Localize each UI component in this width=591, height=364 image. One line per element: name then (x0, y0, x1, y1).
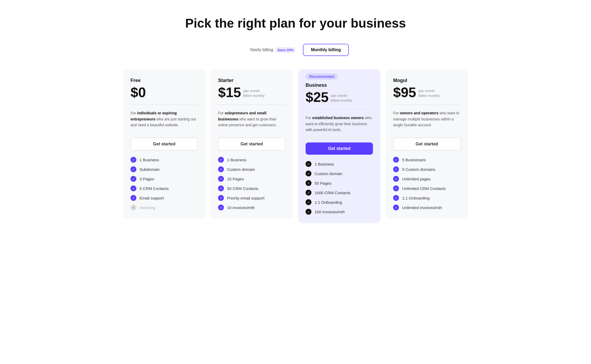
feature-item: ✓ Custom domain (218, 166, 285, 172)
billing-toggle: Yearly billing Save 20% Monthly billing (11, 44, 580, 56)
feature-item: ✓ 1000 CRM Contacts (306, 190, 373, 196)
get-started-btn-starter[interactable]: Get started (218, 138, 285, 150)
feature-item: ✓ 1:1 Onboarding (306, 199, 373, 205)
plan-card-starter: Starter$15/per monthBilled monthly For s… (211, 69, 293, 219)
get-started-btn-mogul[interactable]: Get started (393, 138, 460, 150)
get-started-btn-business[interactable]: Get started (306, 142, 373, 155)
feature-item: ✓ 1:1 Onboarding (393, 195, 460, 201)
plan-price-details-business: /per monthBilled monthly (331, 93, 352, 103)
feature-item: ✓ 100 Invoices/mth (306, 209, 373, 215)
features-list-business: ✓ 1 Business ✓ Custom domain ✓ 50 Pages … (306, 161, 373, 215)
feature-item: ✓ Unlimited CRM Contacts (393, 185, 460, 191)
feature-check-icon: ✓ (306, 180, 311, 186)
feature-check-icon: ✓ (131, 157, 136, 163)
feature-item: ✓ 10 invoices/mth (218, 205, 285, 210)
plan-price-business: $25 (306, 90, 329, 104)
feature-item: ✓ 50 CRM Contacts (218, 185, 285, 191)
plan-name-free: Free (131, 78, 198, 83)
feature-item: ✓ 5 Custom domains (393, 166, 460, 172)
feature-item: ✓ 1 Business (218, 157, 285, 163)
feature-item: ✓ Email support (131, 195, 198, 201)
feature-item: ✓ 5 Businesses (393, 157, 460, 163)
plan-price-row-mogul: $95/per monthBilled monthly (393, 85, 460, 99)
feature-item: ✓ 1 Business (306, 161, 373, 167)
feature-text: 10 invoices/mth (227, 205, 255, 210)
plan-price-details-mogul: /per monthBilled monthly (418, 89, 440, 98)
feature-check-icon: ✓ (218, 166, 224, 172)
yearly-billing-option[interactable]: Yearly billing Save 20% (242, 44, 303, 56)
feature-text: 1 Business (315, 162, 334, 166)
feature-check-icon: ✓ (393, 195, 399, 201)
feature-check-icon: ✓ (218, 176, 224, 182)
feature-text: 50 Pages (315, 181, 331, 185)
feature-check-icon: ✓ (131, 195, 136, 201)
feature-check-icon: ✓ (393, 205, 399, 210)
feature-check-icon: ✓ (393, 176, 399, 182)
plan-divider-free (131, 105, 198, 105)
feature-text: Subdomain (140, 167, 160, 172)
plan-divider-starter (218, 105, 285, 105)
plan-price-details-starter: /per monthBilled monthly (243, 89, 265, 98)
yearly-billing-label: Yearly billing (250, 47, 273, 52)
feature-text: 1:1 Onboarding (402, 196, 429, 200)
feature-item: ✓ 3 Pages (131, 176, 198, 182)
features-list-mogul: ✓ 5 Businesses ✓ 5 Custom domains ✓ Unli… (393, 157, 460, 210)
feature-text: Email support (140, 196, 164, 200)
plan-description-free: For individuals or aspiring entrepreneur… (131, 110, 198, 131)
feature-text: 5 Custom domains (402, 167, 435, 172)
feature-text: 5 CRM Contacts (140, 186, 169, 191)
plan-card-business: RecommendedBusiness$25/per monthBilled m… (298, 69, 380, 223)
feature-item: ✓ 1 Business (131, 157, 198, 163)
feature-check-icon: ✓ (306, 190, 311, 196)
monthly-billing-label: Monthly billing (311, 47, 341, 52)
feature-check-icon: ✓ (306, 171, 311, 176)
feature-text: Invoicing (140, 205, 155, 210)
feature-text: 1 Business (227, 158, 246, 162)
plan-name-mogul: Mogul (393, 78, 460, 83)
feature-check-icon: ✓ (218, 205, 224, 210)
feature-text: 3 Pages (140, 177, 154, 181)
feature-check-icon: ✓ (131, 166, 136, 172)
recommended-badge: Recommended (306, 73, 338, 80)
feature-text: Unlimited invoices/mth (402, 205, 442, 210)
feature-text: 1:1 Onboarding (315, 200, 342, 205)
plan-description-mogul: For owners and operators who want to man… (393, 110, 460, 131)
feature-text: 100 Invoices/mth (315, 210, 345, 214)
plan-price-free: $0 (131, 85, 146, 99)
page-title: Pick the right plan for your business (11, 16, 580, 31)
feature-check-icon: ✓ (218, 185, 224, 191)
plan-price-row-starter: $15/per monthBilled monthly (218, 85, 285, 99)
feature-check-icon: ✓ (306, 209, 311, 215)
feature-text: 1000 CRM Contacts (315, 190, 350, 195)
features-list-free: ✓ 1 Business ✓ Subdomain ✓ 3 Pages ✓ 5 C… (131, 157, 198, 210)
feature-item: ✓ 5 CRM Contacts (131, 185, 198, 191)
feature-text: Priority email support (227, 196, 264, 200)
feature-item: ✓ 50 Pages (306, 180, 373, 186)
feature-text: 10 Pages (227, 177, 244, 181)
plans-container: Free$0 For individuals or aspiring entre… (123, 69, 468, 223)
feature-item: ✓ Subdomain (131, 166, 198, 172)
feature-item: ✓ Unlimited invoices/mth (393, 205, 460, 210)
monthly-billing-option[interactable]: Monthly billing (303, 44, 349, 56)
feature-check-icon: ✓ (131, 176, 136, 182)
plan-divider-mogul (393, 105, 460, 105)
plan-card-free: Free$0 For individuals or aspiring entre… (123, 69, 205, 219)
plan-divider-business (306, 109, 373, 110)
feature-text: 5 Businesses (402, 158, 426, 162)
plan-name-business: Business (306, 83, 373, 88)
feature-check-icon: ✓ (218, 157, 224, 163)
feature-item: ✓ Priority email support (218, 195, 285, 201)
feature-text: Unlimited pages (402, 177, 431, 181)
save-badge: Save 20% (275, 47, 296, 53)
plan-price-mogul: $95 (393, 85, 416, 99)
get-started-btn-free[interactable]: Get started (131, 138, 198, 150)
feature-item: ✓ 10 Pages (218, 176, 285, 182)
feature-check-icon: ✓ (131, 185, 136, 191)
features-list-starter: ✓ 1 Business ✓ Custom domain ✓ 10 Pages … (218, 157, 285, 210)
plan-description-starter: For solopreneurs and small businesses wh… (218, 110, 285, 131)
plan-price-row-free: $0 (131, 85, 198, 99)
feature-check-icon: ✓ (306, 161, 311, 167)
feature-check-icon: ✕ (131, 205, 136, 210)
plan-description-business: For established business owners who want… (306, 115, 373, 136)
feature-text: Custom domain (227, 167, 255, 172)
